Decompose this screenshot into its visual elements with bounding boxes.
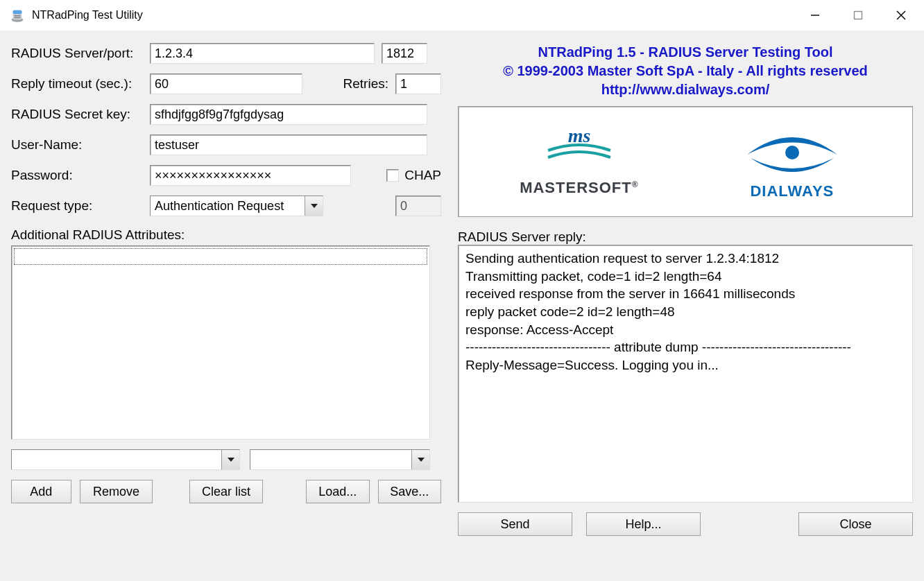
reply-label: RADIUS Server reply: <box>458 229 913 245</box>
minimize-button[interactable] <box>794 0 837 31</box>
request-type-label: Request type: <box>11 198 150 214</box>
password-input[interactable] <box>150 165 351 186</box>
username-input[interactable] <box>150 135 427 155</box>
banner-line-1: NTRadPing 1.5 - RADIUS Server Testing To… <box>458 43 913 62</box>
svg-rect-2 <box>13 10 22 15</box>
close-button[interactable] <box>880 0 923 31</box>
window-controls <box>794 0 923 31</box>
server-input[interactable] <box>150 43 375 64</box>
window-title: NTRadPing Test Utility <box>32 9 794 21</box>
help-button[interactable]: Help... <box>586 512 701 536</box>
retries-input[interactable] <box>395 73 441 94</box>
username-label: User-Name: <box>11 137 150 153</box>
mastersoft-logo: ms MASTERSOFT® <box>520 127 638 197</box>
load-button[interactable]: Load... <box>306 480 369 503</box>
port-input[interactable] <box>382 43 427 64</box>
secret-label: RADIUS Secret key: <box>11 107 150 122</box>
timeout-label: Reply timeout (sec.): <box>11 76 150 92</box>
banner-line-3: http://www.dialways.com/ <box>458 80 913 99</box>
add-button[interactable]: Add <box>11 480 71 503</box>
list-item[interactable] <box>14 248 427 265</box>
dropdown-arrow-icon <box>221 450 239 469</box>
request-type-combo[interactable]: Authentication Request <box>150 196 323 216</box>
banner-line-2: © 1999-2003 Master Soft SpA - Italy - Al… <box>458 62 913 80</box>
request-type-value: Authentication Request <box>151 196 305 216</box>
svg-point-13 <box>785 146 799 159</box>
close-dialog-button[interactable]: Close <box>798 512 913 536</box>
chap-checkbox[interactable] <box>386 169 399 182</box>
attribute-name-combo[interactable] <box>11 449 240 470</box>
dialways-logo: DIALWAYS <box>733 123 851 200</box>
dropdown-arrow-icon <box>411 450 429 469</box>
svg-rect-6 <box>855 12 862 19</box>
svg-marker-10 <box>228 458 234 462</box>
password-label: Password: <box>11 168 150 183</box>
svg-rect-4 <box>14 17 20 18</box>
svg-marker-11 <box>418 458 425 462</box>
attribute-name-value <box>12 450 221 469</box>
retries-label: Retries: <box>343 76 388 92</box>
svg-rect-3 <box>14 15 20 16</box>
banner: NTRadPing 1.5 - RADIUS Server Testing To… <box>458 43 913 99</box>
chap-label: CHAP <box>404 168 441 183</box>
reply-textbox[interactable]: Sending authentication request to server… <box>458 245 913 503</box>
dropdown-arrow-icon <box>305 196 323 216</box>
mastersoft-text: MASTERSOFT <box>520 179 632 196</box>
request-number-field: 0 <box>395 196 441 216</box>
send-button[interactable]: Send <box>458 512 572 536</box>
maximize-button[interactable] <box>837 0 880 31</box>
svg-marker-9 <box>311 204 318 208</box>
attribute-value-combo[interactable] <box>250 449 430 470</box>
logo-panel: ms MASTERSOFT® DIALWAYS <box>458 106 913 217</box>
secret-input[interactable] <box>150 104 427 125</box>
attribute-value-value <box>250 450 411 469</box>
svg-text:ms: ms <box>568 127 591 146</box>
remove-button[interactable]: Remove <box>80 480 153 503</box>
dialways-text: DIALWAYS <box>733 182 851 200</box>
attributes-listbox[interactable] <box>11 245 430 440</box>
app-icon <box>10 8 25 23</box>
server-label: RADIUS Server/port: <box>11 46 150 61</box>
title-bar: NTRadPing Test Utility <box>0 0 924 31</box>
save-button[interactable]: Save... <box>378 480 441 503</box>
attributes-label: Additional RADIUS Attributes: <box>11 227 441 243</box>
timeout-input[interactable] <box>150 73 302 94</box>
clear-list-button[interactable]: Clear list <box>189 480 263 503</box>
